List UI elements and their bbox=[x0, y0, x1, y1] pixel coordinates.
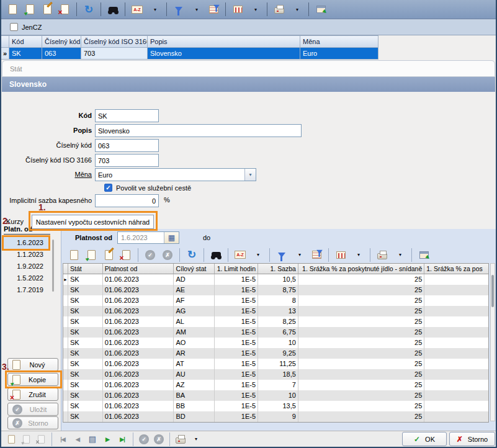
export-button[interactable]: ► bbox=[312, 1, 329, 17]
grid-cell[interactable] bbox=[424, 274, 488, 285]
table-row[interactable]: SK01.06.2023AL1E-58,2525 bbox=[63, 316, 488, 327]
print-rows-button[interactable] bbox=[374, 247, 391, 263]
refresh-rows-button[interactable]: ↻ bbox=[183, 247, 200, 263]
column-header-srazka-pos[interactable]: 1. Srážka % za pos bbox=[424, 264, 488, 274]
grid-cell[interactable]: AO bbox=[174, 338, 215, 348]
grid-cell[interactable]: 10 bbox=[258, 390, 298, 401]
table-row[interactable]: SK01.06.2023BD1E-5925 bbox=[63, 411, 488, 422]
grid-cell[interactable]: AF bbox=[174, 295, 215, 306]
cell-mena[interactable]: Euro bbox=[300, 48, 378, 60]
grid-cell[interactable]: 01.06.2023 bbox=[103, 285, 174, 295]
rate-date-item[interactable]: 1.5.2022 bbox=[4, 272, 48, 284]
kod-field[interactable] bbox=[95, 109, 159, 122]
grid-cell[interactable]: 25 bbox=[298, 348, 424, 359]
grid-cell[interactable]: 13 bbox=[258, 306, 298, 316]
table-row[interactable]: SK01.06.2023AM1E-56,7525 bbox=[63, 327, 488, 338]
print-button[interactable] bbox=[271, 1, 288, 17]
grid-cell[interactable]: 9,25 bbox=[258, 348, 298, 359]
grid-cell[interactable]: SK bbox=[68, 295, 103, 306]
grid-cell[interactable]: 01.06.2023 bbox=[103, 411, 174, 422]
grid-cell[interactable]: SK bbox=[68, 274, 103, 285]
grid-cell[interactable]: SK bbox=[68, 380, 103, 390]
grid-cell[interactable]: 8,25 bbox=[258, 316, 298, 327]
rate-date-item[interactable]: 1.6.2023 bbox=[4, 237, 48, 249]
print-button-small[interactable] bbox=[173, 432, 188, 446]
table-row[interactable]: SK01.06.2023AE1E-58,7525 bbox=[63, 285, 488, 295]
grid-cell[interactable]: 01.06.2023 bbox=[103, 380, 174, 390]
grid-cell[interactable]: 25 bbox=[298, 316, 424, 327]
refresh-button[interactable]: ↻ bbox=[80, 1, 97, 17]
column-header-cilovy[interactable]: Cílový stat bbox=[174, 264, 215, 274]
edit-record-button[interactable] bbox=[38, 1, 56, 17]
grid-cell[interactable]: 01.06.2023 bbox=[103, 401, 174, 411]
sort-rows-dropdown-button[interactable]: ▾ bbox=[249, 247, 266, 263]
table-row[interactable]: » SK 063 703 Slovensko Euro bbox=[1, 48, 378, 60]
grid-cell[interactable]: SK bbox=[68, 359, 103, 369]
grid-cell[interactable]: 25 bbox=[298, 285, 424, 295]
column-header-iso[interactable]: Číselný kód ISO 3166 bbox=[81, 35, 148, 48]
filter-button[interactable] bbox=[170, 1, 187, 17]
grid-cell[interactable]: BB bbox=[174, 401, 215, 411]
sort-rows-button[interactable]: A-Z bbox=[231, 247, 249, 263]
grid-cell[interactable]: 01.06.2023 bbox=[103, 306, 174, 316]
rate-date-item[interactable]: 1.1.2023 bbox=[4, 249, 48, 261]
grid-cell[interactable]: 01.06.2023 bbox=[103, 359, 174, 369]
next-record-button[interactable]: ▶ bbox=[100, 432, 115, 446]
grid-cell[interactable]: AE bbox=[174, 285, 215, 295]
column-header-kod[interactable]: Kód bbox=[9, 35, 42, 48]
grid-cell[interactable]: 6,75 bbox=[258, 327, 298, 338]
scrollbar-thumb[interactable] bbox=[491, 275, 494, 307]
sazba-kapesneho-field[interactable] bbox=[95, 194, 159, 207]
grid-cell[interactable]: 25 bbox=[298, 401, 424, 411]
grid-cell[interactable] bbox=[424, 369, 488, 380]
popis-field[interactable] bbox=[95, 124, 302, 137]
storno-side-button[interactable]: ✗ Storno bbox=[7, 416, 58, 429]
new-record-button-small[interactable] bbox=[4, 432, 19, 446]
column-header-ciselny[interactable]: Číselný kód bbox=[42, 35, 81, 48]
grid-cell[interactable] bbox=[424, 401, 488, 411]
copy-row-button[interactable]: ► bbox=[83, 247, 100, 263]
column-header-limit[interactable]: 1. Limit hodin bbox=[215, 264, 258, 274]
table-row[interactable]: SK01.06.2023AR1E-59,2525 bbox=[63, 348, 488, 359]
table-row[interactable]: SK01.06.2023BA1E-51025 bbox=[63, 390, 488, 401]
columns-rows-dropdown-button[interactable]: ▾ bbox=[349, 247, 367, 263]
grid-cell[interactable] bbox=[424, 348, 488, 359]
ok-button[interactable]: ✓ OK bbox=[402, 432, 447, 446]
column-header-popis[interactable]: Popis bbox=[148, 35, 300, 48]
grid-cell[interactable] bbox=[424, 295, 488, 306]
grid-cell[interactable]: 8,75 bbox=[258, 285, 298, 295]
novy-button[interactable]: Nový bbox=[7, 358, 58, 371]
grid-cell[interactable]: 1E-5 bbox=[215, 348, 258, 359]
table-row[interactable]: SK01.06.2023AG1E-51325 bbox=[63, 306, 488, 316]
grid-cell[interactable]: 1E-5 bbox=[215, 369, 258, 380]
chevron-down-icon[interactable]: ▾ bbox=[244, 169, 256, 181]
cell-ciselny[interactable]: 063 bbox=[42, 48, 81, 60]
grid-cell[interactable]: 25 bbox=[298, 295, 424, 306]
grid-cell[interactable]: 01.06.2023 bbox=[103, 295, 174, 306]
grid-cell[interactable]: 25 bbox=[298, 380, 424, 390]
column-header-sazba[interactable]: 1. Sazba bbox=[258, 264, 298, 274]
iso-kod-field[interactable] bbox=[95, 154, 159, 167]
rates-list-scrollbar[interactable] bbox=[52, 240, 54, 292]
column-header-stat[interactable]: Stát bbox=[68, 264, 103, 274]
grid-cell[interactable]: SK bbox=[68, 285, 103, 295]
search-button[interactable] bbox=[104, 1, 122, 17]
filter-rows-button[interactable] bbox=[273, 247, 290, 263]
grid-cell[interactable] bbox=[424, 285, 488, 295]
grid-cell[interactable]: SK bbox=[68, 411, 103, 422]
grid-cell[interactable]: 01.06.2023 bbox=[103, 327, 174, 338]
table-row[interactable]: SK01.06.2023BB1E-513,525 bbox=[63, 401, 488, 411]
povolit-checkbox[interactable]: ✓ bbox=[104, 184, 112, 192]
grid-cell[interactable]: 01.06.2023 bbox=[103, 390, 174, 401]
column-header-platnost[interactable]: Platnost od bbox=[103, 264, 174, 274]
grid-cell[interactable]: 1E-5 bbox=[215, 316, 258, 327]
grid-cell[interactable]: 1E-5 bbox=[215, 285, 258, 295]
delete-record-button-small[interactable]: × bbox=[34, 432, 48, 446]
browse-records-button[interactable]: ▤ bbox=[85, 432, 100, 446]
rate-date-item[interactable]: 1.7.2019 bbox=[4, 284, 48, 296]
filter-dropdown-button[interactable]: ▾ bbox=[187, 1, 205, 17]
grid-cell[interactable] bbox=[424, 359, 488, 369]
column-header-mena[interactable]: Měna bbox=[300, 35, 378, 48]
calendar-icon[interactable]: ▦ bbox=[164, 232, 179, 243]
grid-cell[interactable]: AG bbox=[174, 306, 215, 316]
